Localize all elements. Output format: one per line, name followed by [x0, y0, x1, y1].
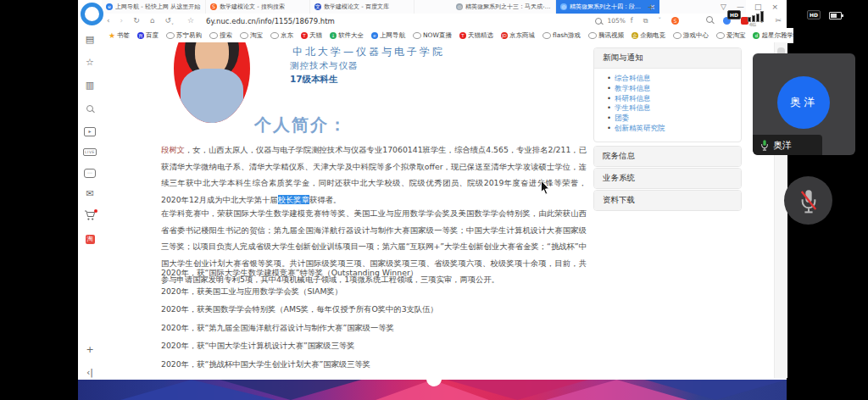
- back-icon[interactable]: ‹: [107, 14, 110, 28]
- selected-text[interactable]: 校长奖章: [278, 195, 309, 204]
- zoom-lens-icon[interactable]: [595, 18, 602, 25]
- bookmark-item[interactable]: ★ 书签: [108, 31, 130, 40]
- bookmark-favicon-icon: JD: [501, 32, 508, 39]
- send-page-icon[interactable]: ⧉: [643, 14, 648, 28]
- sidebar-affairs-box[interactable]: 院务信息: [593, 146, 742, 167]
- tab-favicon-icon: S: [210, 3, 217, 10]
- sidebar-news-link[interactable]: 创新精英研究院: [615, 124, 734, 134]
- participant-name-bar: 奥洋: [753, 135, 822, 155]
- bookmark-item[interactable]: 搜索: [209, 31, 232, 40]
- bookmark-item[interactable]: JD 京东商城: [501, 31, 535, 40]
- bookmark-label: 天猫精选: [468, 31, 493, 40]
- bookmark-item[interactable]: 淘宝: [240, 31, 263, 40]
- live-icon[interactable]: LIVE: [78, 145, 102, 156]
- download-funnel-icon[interactable]: ▽: [721, 3, 726, 11]
- browser-tab[interactable]: S 数学建模论文 - 搜狗搜索 ×: [206, 0, 310, 14]
- bookmark-item[interactable]: ↓ 软件大全: [330, 31, 364, 40]
- bookmark-item[interactable]: T 天猫: [301, 31, 322, 40]
- browser-logo-icon[interactable]: [81, 3, 103, 25]
- bookmark-item[interactable]: 腾讯视频: [588, 31, 624, 40]
- bookmark-favicon-icon: e: [371, 32, 378, 39]
- bookmark-favicon-icon: [588, 32, 597, 39]
- browser-tab[interactable]: ◎ 精英微聚系列之十三：马天成--保剑... ×: [452, 0, 556, 14]
- bookmark-item[interactable]: flash游戏: [542, 31, 581, 40]
- bookmark-item[interactable]: NOW直播: [413, 31, 452, 40]
- maximize-button[interactable]: □: [754, 3, 762, 11]
- sidebar-downloads-box[interactable]: 资料下载: [593, 190, 742, 211]
- bookmark-label: NOW直播: [423, 31, 452, 40]
- sogou-extension-icon[interactable]: S: [671, 17, 679, 25]
- bookmark-label: 上网导航: [380, 31, 405, 40]
- minimize-button[interactable]: —: [737, 3, 744, 11]
- reader-icon[interactable]: ▥: [78, 80, 102, 91]
- bookmark-favicon-icon: [716, 32, 725, 39]
- bookmark-item[interactable]: 百 百度: [137, 31, 159, 40]
- tab-favicon-icon: 文: [314, 3, 321, 10]
- bookmark-item[interactable]: 爱淘宝: [716, 31, 746, 40]
- cart-icon[interactable]: [78, 210, 102, 224]
- volte-hd-icon: HD: [727, 10, 741, 19]
- collection-card-icon[interactable]: ▤: [78, 34, 102, 45]
- sidebar-news-link[interactable]: 综合科信息: [615, 74, 734, 84]
- cart-badge-dot: [94, 209, 97, 213]
- sidebar-systems-box[interactable]: 业务系统: [593, 168, 742, 189]
- taobao-app-icon[interactable]: 淘: [78, 232, 102, 244]
- award-item: 2020年，获“国际大学生数学建模竞赛”特等奖（Outstanding Winn…: [161, 268, 636, 286]
- mail-icon[interactable]: ✉: [78, 188, 102, 199]
- bookmark-favicon-icon: T: [459, 32, 466, 39]
- bookmark-item[interactable]: 游戏中心: [673, 31, 709, 40]
- share-f-icon[interactable]: f: [631, 14, 633, 28]
- home-icon[interactable]: ⌂: [150, 14, 155, 28]
- participant-name-label: 奥洋: [773, 139, 792, 152]
- bookmark-label: 京东: [281, 31, 293, 40]
- forward-icon[interactable]: ›: [120, 14, 124, 28]
- bookmarks-bar: ★ 书签 百 百度 苏宁易购 搜索: [102, 28, 793, 43]
- browser-tab[interactable]: e 上网导航 - 轻快上网 从这里开始 ×: [102, 0, 206, 14]
- bookmark-favicon-icon: 企: [632, 32, 638, 39]
- collapse-sidebar-icon[interactable]: ‹|: [78, 367, 102, 378]
- bookmark-item[interactable]: 京东: [270, 31, 293, 40]
- favorite-star-icon[interactable]: ☆: [187, 14, 194, 28]
- new-tab-button[interactable]: +: [644, 0, 658, 14]
- bookmark-label: 书签: [117, 31, 130, 40]
- bookmark-favicon-icon: [166, 32, 175, 39]
- close-button[interactable]: ×: [771, 3, 778, 11]
- zoom-level[interactable]: 105%: [607, 17, 625, 25]
- sidebar-news-link[interactable]: 教学科信息: [615, 84, 734, 94]
- comments-icon[interactable]: ⋯: [78, 166, 102, 178]
- bookmark-item[interactable]: 苏宁易购: [166, 31, 202, 40]
- screenshot-scissors-icon[interactable]: ✂: [775, 14, 782, 28]
- add-tool-icon[interactable]: +: [78, 344, 102, 355]
- tab-favicon-icon: ◎: [456, 3, 463, 10]
- reload-icon[interactable]: ↻: [133, 14, 140, 28]
- sidebar-news-link[interactable]: 团委: [615, 114, 734, 124]
- tab-favicon-icon: ◎: [560, 3, 567, 10]
- tab-title: 上网导航 - 轻快上网 从这里开始: [115, 3, 201, 11]
- bookmark-item[interactable]: 企 企鹅电竞: [632, 31, 665, 40]
- search-page-icon[interactable]: [706, 14, 713, 28]
- major-name: 测控技术与仪器: [290, 60, 359, 72]
- bookmark-favicon-icon: ↓: [330, 32, 337, 39]
- search-icon[interactable]: [78, 103, 102, 114]
- mute-microphone-button[interactable]: [784, 176, 832, 225]
- browser-tab[interactable]: 文 数学建模论文 - 百度文库 ×: [310, 0, 415, 14]
- video-call-panel[interactable]: 奥洋 奥洋: [753, 53, 855, 155]
- bookmark-favicon-icon: [542, 32, 551, 39]
- bookmark-label: 淘宝: [250, 31, 263, 40]
- bookmark-item[interactable]: e 上网导航: [371, 31, 405, 40]
- webpage-content: 中北大学—仪器与电子学院 测控技术与仪器 17级本科生 个人简介： 段树文，女，…: [102, 42, 774, 378]
- video-tv-icon[interactable]: ▸: [78, 125, 102, 136]
- favorites-star-icon[interactable]: ☆: [78, 57, 102, 68]
- bookmark-item[interactable]: T 天猫精选: [459, 31, 493, 40]
- chevron-down-icon[interactable]: ˅: [658, 14, 661, 28]
- bookmark-favicon-icon: [673, 32, 682, 39]
- undo-icon[interactable]: ↺˯: [164, 14, 174, 28]
- sidebar-news-link[interactable]: 学生科信息: [615, 103, 734, 114]
- tab-title: 精英微聚系列之十三：马天成--保剑...: [465, 3, 551, 11]
- sidebar-news-link[interactable]: 科研科信息: [615, 94, 734, 104]
- mic-muted-icon: [799, 188, 818, 214]
- address-url[interactable]: 6y.nuc.edu.cn/info/1155/18679.htm: [206, 17, 335, 25]
- grade-label: 17级本科生: [290, 74, 338, 86]
- bookmark-item[interactable]: d 超星尔雅学习通: [753, 31, 793, 40]
- bookmark-favicon-icon: T: [301, 32, 308, 39]
